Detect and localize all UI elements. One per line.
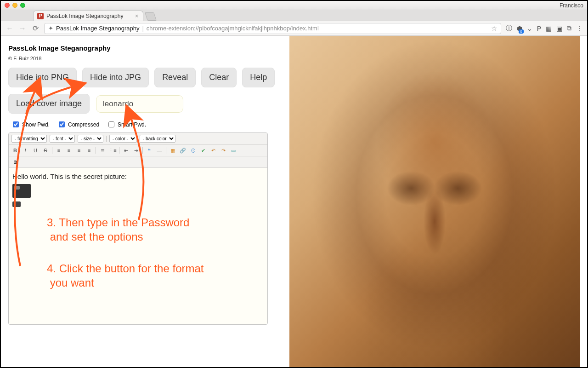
window-titlebar: Francisco xyxy=(1,1,587,10)
indent-icon[interactable]: ⇥ xyxy=(132,147,140,154)
editor-text: Hello world. This is the secret picture: xyxy=(12,172,127,180)
unlink-icon[interactable]: ⮾ xyxy=(189,147,197,154)
embedded-thumbnail-icon xyxy=(12,184,31,198)
extensions-badge-icon[interactable]: ⬢ xyxy=(517,25,522,32)
tab-favicon-icon: P xyxy=(37,13,44,19)
show-pwd-label: Show Pwd. xyxy=(22,121,50,128)
show-pwd-checkbox[interactable] xyxy=(13,121,19,127)
list-ordered-icon[interactable]: ≣ xyxy=(99,147,106,154)
omnibox-divider: | xyxy=(142,25,143,32)
quote-icon[interactable]: ❝ xyxy=(146,147,153,154)
omnibox-url: chrome-extension://plbofcoagajmhglcknifa… xyxy=(147,25,319,32)
tab-close-icon[interactable]: × xyxy=(134,13,139,19)
address-bar[interactable]: ✦ PassLok Image Steganography | chrome-e… xyxy=(44,23,501,34)
hr-icon[interactable]: — xyxy=(156,147,163,154)
minimize-window-icon[interactable] xyxy=(12,3,17,8)
rich-text-editor: - formatting - font - - size - - color -… xyxy=(8,132,268,325)
pocket-icon[interactable]: ⌄ xyxy=(527,25,532,32)
redo-icon[interactable]: ↷ xyxy=(220,147,227,154)
html-icon[interactable]: ▭ xyxy=(230,147,237,154)
close-window-icon[interactable] xyxy=(5,3,10,8)
editor-toolbar-row-1: - formatting - font - - size - - color -… xyxy=(9,133,267,145)
toolbar-separator xyxy=(106,136,107,142)
toolbar-separator xyxy=(96,147,96,154)
toolbar: ← → ⟳ ✦ PassLok Image Steganography | ch… xyxy=(1,21,587,36)
align-left-icon[interactable]: ≡ xyxy=(55,147,62,154)
passlok-p-icon[interactable]: P xyxy=(537,25,541,32)
extension-puzzle-icon: ✦ xyxy=(48,25,53,32)
reveal-button[interactable]: Reveal xyxy=(154,68,196,87)
italic-icon[interactable]: I xyxy=(22,147,29,154)
list-unordered-icon[interactable]: ⋮≡ xyxy=(109,147,116,154)
picture-icon[interactable]: ▣ xyxy=(556,25,562,32)
compressed-check[interactable]: Compressed xyxy=(57,120,99,129)
smart-pwd-label: Smart Pwd. xyxy=(118,121,146,128)
help-button[interactable]: Help xyxy=(242,68,275,87)
hide-into-png-button[interactable]: Hide into PNG xyxy=(8,68,77,87)
hide-into-jpg-button[interactable]: Hide into JPG xyxy=(82,68,149,87)
maximize-window-icon[interactable] xyxy=(20,3,25,8)
cover-image-preview xyxy=(289,36,580,367)
compressed-label: Compressed xyxy=(68,121,99,128)
align-center-icon[interactable]: ≡ xyxy=(65,147,73,154)
bold-icon[interactable]: B xyxy=(11,147,19,154)
editor-toolbar-row-3: 🗎 xyxy=(9,156,267,168)
tab-strip: P PassLok Image Steganography × xyxy=(1,10,587,21)
menu-dots-icon[interactable]: ⋮ xyxy=(576,25,582,32)
editor-toolbar-row-2: B I U S ≡ ≡ ≡ ≡ ≣ ⋮≡ ⇤ ⇥ ❝ — ▦ 🔗 xyxy=(9,145,267,156)
page-content: PassLok Image Steganography © F. Ruiz 20… xyxy=(1,36,587,367)
password-input[interactable] xyxy=(96,95,183,113)
font-select[interactable]: - font - xyxy=(50,135,75,143)
profile-name[interactable]: Francisco xyxy=(560,2,583,9)
back-icon: ← xyxy=(6,24,14,33)
load-cover-image-button[interactable]: Load cover image xyxy=(8,94,90,114)
clear-button[interactable]: Clear xyxy=(201,68,237,87)
qr-icon[interactable]: ▦ xyxy=(546,25,552,32)
traffic-lights xyxy=(5,3,25,8)
document-icon[interactable]: 🗎 xyxy=(11,158,19,166)
outdent-icon[interactable]: ⇤ xyxy=(122,147,130,154)
undo-icon[interactable]: ↶ xyxy=(209,147,217,154)
toolbar-separator xyxy=(166,147,166,154)
tab-title: PassLok Image Steganography xyxy=(46,13,131,19)
size-select[interactable]: - size - xyxy=(78,135,103,143)
toolbar-separator xyxy=(119,147,119,154)
align-right-icon[interactable]: ≡ xyxy=(75,147,83,154)
image-icon[interactable]: ▦ xyxy=(169,147,176,154)
reload-icon[interactable]: ⟳ xyxy=(31,24,40,33)
strike-icon[interactable]: S xyxy=(42,147,49,154)
smart-pwd-check[interactable]: Smart Pwd. xyxy=(107,120,146,129)
toolbar-separator xyxy=(52,147,52,154)
cast-icon[interactable]: ⧉ xyxy=(567,24,571,32)
toolbar-right-icons: ⓘ ⬢ ⌄ P ▦ ▣ ⧉ ⋮ xyxy=(506,24,582,33)
color-select[interactable]: - color - xyxy=(109,135,137,143)
clean-icon[interactable]: ✔ xyxy=(199,147,207,154)
show-pwd-check[interactable]: Show Pwd. xyxy=(11,120,50,129)
bookmark-star-icon[interactable]: ☆ xyxy=(491,24,497,33)
info-icon[interactable]: ⓘ xyxy=(506,24,512,33)
compressed-checkbox[interactable] xyxy=(59,121,65,127)
underline-icon[interactable]: U xyxy=(32,147,39,154)
forward-icon: → xyxy=(18,24,27,33)
back-color-select[interactable]: - back color xyxy=(140,135,175,143)
toolbar-separator xyxy=(142,147,143,154)
link-icon[interactable]: 🔗 xyxy=(179,147,187,154)
embedded-thumbnail-small-icon xyxy=(12,201,21,207)
align-justify-icon[interactable]: ≡ xyxy=(85,147,93,154)
smart-pwd-checkbox[interactable] xyxy=(108,121,114,127)
omnibox-extension-name: PassLok Image Steganography xyxy=(56,25,139,32)
browser-tab[interactable]: P PassLok Image Steganography × xyxy=(33,11,143,21)
editor-body[interactable]: Hello world. This is the secret picture: xyxy=(9,168,267,324)
new-tab-button[interactable] xyxy=(145,12,157,21)
formatting-select[interactable]: - formatting xyxy=(11,135,47,143)
